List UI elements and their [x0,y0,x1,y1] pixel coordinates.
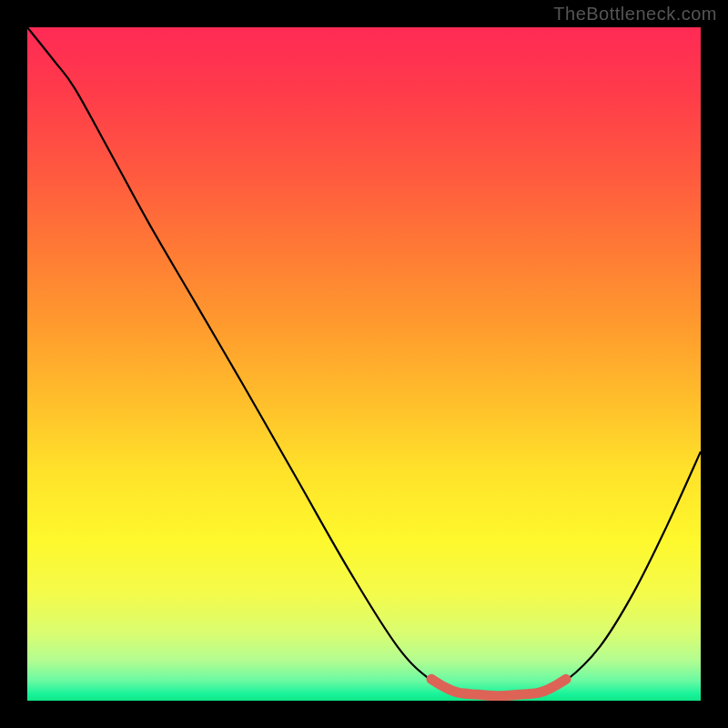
curve-layer [27,27,701,701]
curve-highlight [431,679,566,696]
attribution-text: TheBottleneck.com [553,4,717,25]
plot-area [27,27,701,701]
chart-container: TheBottleneck.com [0,0,728,728]
bottleneck-curve [27,27,701,697]
